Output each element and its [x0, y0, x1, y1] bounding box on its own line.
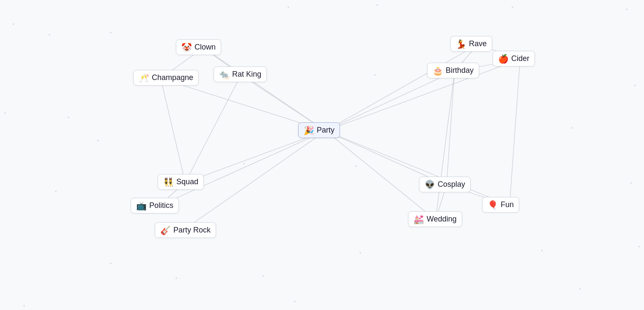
politics-emoji: 📺	[136, 202, 147, 210]
svg-line-20	[436, 71, 455, 220]
wedding-emoji: 💒	[414, 215, 424, 224]
rave-emoji: 💃	[456, 40, 466, 48]
svg-line-3	[185, 131, 326, 183]
node-champagne[interactable]: 🥂Champagne	[133, 70, 199, 86]
svg-line-10	[326, 131, 510, 205]
clown-label: Clown	[195, 43, 216, 52]
partyrock-emoji: 🎸	[160, 226, 171, 235]
svg-line-19	[447, 71, 455, 185]
node-cosplay[interactable]: 👽Cosplay	[419, 177, 471, 192]
node-partyrock[interactable]: 🎸Party Rock	[155, 222, 216, 238]
svg-line-11	[326, 131, 436, 220]
svg-line-15	[185, 75, 241, 183]
wedding-label: Wedding	[427, 215, 457, 224]
birthday-label: Birthday	[446, 66, 474, 75]
node-party[interactable]: 🎉Party	[298, 122, 340, 138]
node-ratking[interactable]: 🐀Rat King	[214, 66, 267, 82]
svg-line-14	[161, 78, 185, 183]
clown-emoji: 🤡	[181, 43, 192, 52]
cosplay-emoji: 👽	[425, 180, 435, 189]
node-wedding[interactable]: 💒Wedding	[408, 211, 462, 227]
champagne-emoji: 🥂	[139, 74, 149, 82]
node-clown[interactable]: 🤡Clown	[176, 39, 221, 55]
svg-line-23	[510, 59, 520, 205]
champagne-label: Champagne	[152, 73, 193, 82]
rave-label: Rave	[469, 39, 487, 48]
partyrock-label: Party Rock	[173, 226, 211, 235]
fun-emoji: 🎈	[488, 201, 498, 209]
politics-label: Politics	[149, 201, 173, 210]
node-fun[interactable]: 🎈Fun	[482, 197, 519, 213]
ratking-emoji: 🐀	[219, 70, 230, 79]
cider-label: Cider	[511, 54, 529, 63]
svg-line-7	[326, 71, 455, 131]
svg-line-6	[326, 44, 478, 131]
graph-edges	[0, 0, 644, 310]
node-rave[interactable]: 💃Rave	[450, 36, 492, 52]
svg-line-4	[158, 131, 326, 206]
fun-label: Fun	[501, 200, 514, 209]
node-politics[interactable]: 📺Politics	[131, 198, 179, 213]
party-label: Party	[317, 126, 334, 135]
party-emoji: 🎉	[304, 126, 314, 135]
node-cider[interactable]: 🍎Cider	[493, 51, 535, 66]
svg-line-0	[203, 48, 326, 131]
cider-emoji: 🍎	[498, 55, 509, 63]
birthday-emoji: 🎂	[433, 66, 443, 75]
node-squad[interactable]: 👯Squad	[158, 174, 204, 190]
cosplay-label: Cosplay	[438, 180, 465, 189]
svg-line-8	[326, 59, 520, 131]
node-birthday[interactable]: 🎂Birthday	[427, 63, 479, 78]
squad-label: Squad	[176, 177, 198, 186]
ratking-label: Rat King	[232, 70, 261, 79]
squad-emoji: 👯	[163, 178, 174, 186]
